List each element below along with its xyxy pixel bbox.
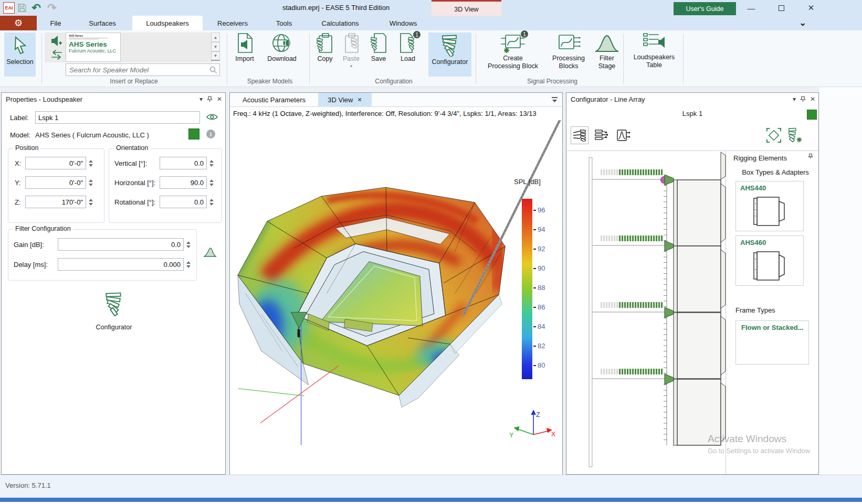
legend-tick <box>533 287 536 288</box>
legend-tick-label: 90 <box>538 264 545 272</box>
copy-button[interactable]: Copy <box>313 33 337 74</box>
menu-windows[interactable]: Windows <box>381 16 425 30</box>
delay-stepper[interactable] <box>185 258 192 271</box>
menu-tools[interactable]: Tools <box>269 16 299 30</box>
fit-view-button[interactable] <box>765 126 783 144</box>
legend-tick-label: 92 <box>538 245 545 253</box>
menu-surfaces[interactable]: Surfaces <box>80 16 125 30</box>
z-input[interactable]: 170'-0" <box>25 196 86 208</box>
paste-dropdown-icon[interactable]: ▼ <box>349 64 353 69</box>
apply-array-button[interactable] <box>786 126 804 144</box>
model-value: AHS Series ( Fulcrum Acoustic, LLC ) <box>35 131 149 139</box>
selection-button[interactable]: Selection <box>4 33 36 77</box>
vertical-stepper[interactable] <box>208 157 215 169</box>
filter-response-icon[interactable] <box>203 246 217 258</box>
collapse-ribbon-chevron-icon[interactable]: ⌄ <box>799 17 806 28</box>
paste-button[interactable]: Paste ▼ <box>339 33 363 81</box>
pin-icon[interactable] <box>800 96 806 102</box>
menu-bar: ⚙ File Surfaces Loudspeakers Receivers T… <box>0 16 862 30</box>
rigging-elements-title: Rigging Elements <box>733 154 787 162</box>
frame-type-flown-or-stacked[interactable]: Flown or Stacked... <box>735 320 809 364</box>
paste-label: Paste <box>343 55 360 63</box>
array-processing-view-button[interactable] <box>593 126 611 144</box>
box-type-ahs460[interactable]: AHS460 <box>735 235 804 286</box>
legend-tick <box>533 326 536 327</box>
y-stepper[interactable] <box>87 176 94 189</box>
insert-speaker-icon[interactable] <box>50 35 63 47</box>
array-geometry-view-button[interactable] <box>571 126 588 144</box>
undo-icon[interactable]: ↶ <box>30 2 42 14</box>
menu-calculations[interactable]: Calculations <box>314 16 366 30</box>
menu-receivers[interactable]: Receivers <box>209 16 256 30</box>
ribbon-separator <box>227 34 227 84</box>
legend-tick <box>533 249 536 250</box>
configurator-panel-title: Configurator - Line Array <box>566 93 818 106</box>
processing-blocks-button[interactable]: Processing Blocks <box>546 31 591 77</box>
minimize-button[interactable]: — <box>743 2 759 14</box>
vertical-input[interactable]: 0.0 <box>160 157 207 169</box>
speaker-model-card[interactable]: AHS Series AHS Series Fulcrum Acoustic, … <box>66 33 121 62</box>
users-guide-button[interactable]: User's Guide <box>674 2 736 15</box>
close-button[interactable]: ✕ <box>803 2 819 14</box>
search-icon[interactable] <box>209 66 217 74</box>
rotational-input[interactable]: 0.0 <box>160 196 207 208</box>
info-icon[interactable]: i <box>206 130 215 138</box>
horizontal-input[interactable]: 90.0 <box>160 176 207 189</box>
x-input[interactable]: 0'-0" <box>25 157 86 169</box>
configurator-button[interactable]: Configurator <box>428 33 471 77</box>
pin-icon[interactable] <box>808 153 813 159</box>
loudspeakers-table-button[interactable]: Loudspeakers Table <box>628 31 680 77</box>
y-input[interactable]: 0'-0" <box>25 176 86 189</box>
create-processing-block-button[interactable]: 1 Create Processing Block <box>482 31 544 77</box>
filter-curve-icon <box>594 31 619 53</box>
gallery-scroll-down-icon[interactable]: ▼ <box>211 42 220 51</box>
save-icon[interactable] <box>16 2 28 14</box>
line-array-diagram[interactable] <box>569 151 726 474</box>
rotational-stepper[interactable] <box>208 196 215 208</box>
gallery-scroll-up-icon[interactable]: ▲ <box>211 33 220 42</box>
save-configuration-button[interactable]: Save <box>366 33 391 74</box>
ribbon-separator <box>683 34 684 84</box>
label-input[interactable]: Lspk 1 <box>35 111 200 124</box>
gain-stepper[interactable] <box>185 238 192 251</box>
close-panel-icon[interactable]: ✕ <box>217 95 222 103</box>
redo-icon[interactable]: ↷ <box>46 2 58 14</box>
orientation-groupbox: Orientation Vertical [°]: 0.0 Horizontal… <box>109 148 222 223</box>
open-configurator-button[interactable]: Configurator <box>77 292 151 337</box>
maximize-button[interactable] <box>773 2 789 14</box>
delay-label: Delay [ms]: <box>14 261 48 269</box>
array-filter-view-button[interactable] <box>615 126 633 144</box>
replace-speaker-icon[interactable] <box>50 49 63 61</box>
speaker-box-drawing <box>753 251 790 281</box>
panel-dropdown-icon[interactable]: ▾ <box>199 95 203 103</box>
load-configuration-button[interactable]: 1 Load <box>394 33 422 74</box>
gain-input[interactable]: 0.0 <box>58 238 184 251</box>
import-button[interactable]: Import <box>231 33 258 74</box>
pin-icon[interactable] <box>207 96 213 102</box>
group-label-speaker-models: Speaker Models <box>231 78 309 85</box>
gallery-more-icon[interactable]: ▼ <box>211 51 220 61</box>
z-stepper[interactable] <box>87 196 94 208</box>
horizontal-stepper[interactable] <box>208 176 215 189</box>
model-color-swatch[interactable] <box>188 128 199 140</box>
tab-3d-view[interactable]: 3D View ✕ <box>318 93 372 107</box>
close-panel-icon[interactable]: ✕ <box>810 95 815 103</box>
box-type-ahs440[interactable]: AHS440 <box>735 181 804 231</box>
menu-loudspeakers[interactable]: Loudspeakers <box>132 16 203 30</box>
speaker-search-input[interactable] <box>68 65 206 75</box>
3d-view-canvas[interactable]: Z X Y SPL [dB] 96 94 92 90 88 86 84 82 8 <box>230 120 562 475</box>
panel-dropdown-icon[interactable]: ▾ <box>793 95 796 103</box>
tab-list-dropdown-icon[interactable] <box>551 96 558 103</box>
array-color-swatch[interactable] <box>807 110 817 120</box>
settings-gear-button[interactable]: ⚙ <box>0 16 37 30</box>
download-button[interactable]: Download <box>261 33 302 74</box>
filter-stage-button[interactable]: Filter Stage <box>591 31 623 77</box>
delay-input[interactable]: 0.000 <box>58 258 184 271</box>
download-label: Download <box>267 55 297 63</box>
x-stepper[interactable] <box>87 157 94 169</box>
configurator-panel: Configurator - Line Array ▾ ✕ Lspk 1 Ri <box>566 92 819 475</box>
eye-icon[interactable] <box>206 113 218 121</box>
menu-file[interactable]: File <box>43 16 68 30</box>
close-tab-icon[interactable]: ✕ <box>357 96 362 103</box>
tab-acoustic-parameters[interactable]: Acoustic Parameters <box>230 93 318 107</box>
